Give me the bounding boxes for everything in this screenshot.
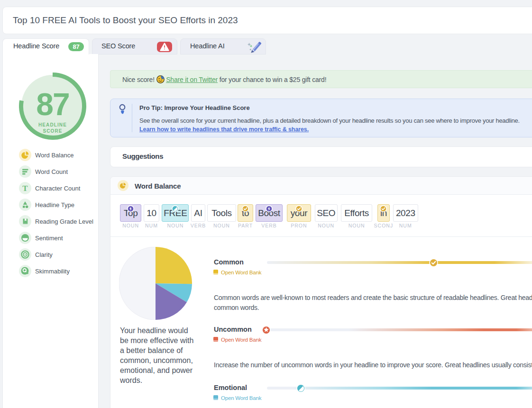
svg-text:T: T (22, 184, 28, 193)
